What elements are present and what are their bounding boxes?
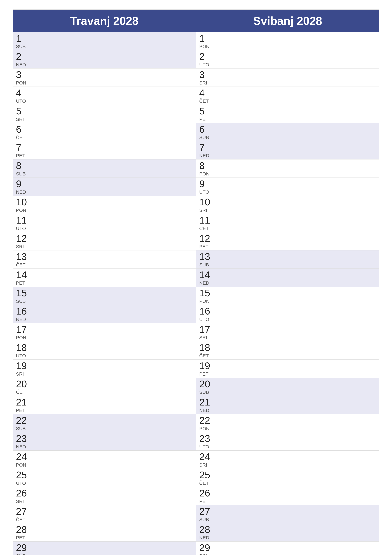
day-row: 23NED — [13, 432, 196, 451]
day-row: 19SRI — [13, 360, 196, 378]
day-info: 12SRI — [16, 234, 30, 249]
day-name: UTO — [199, 445, 214, 449]
day-info: 23NED — [16, 434, 30, 449]
day-row: 24SRI — [196, 451, 379, 469]
day-number: 6 — [199, 124, 214, 134]
day-info: 19PET — [199, 361, 214, 376]
day-row: 15SUB — [13, 287, 196, 305]
day-info: 20SUB — [199, 379, 214, 394]
day-info: 8SUB — [16, 161, 30, 176]
day-name: NED — [16, 190, 30, 194]
day-name: ČET — [16, 390, 30, 394]
day-number: 2 — [16, 51, 30, 61]
day-row: 13SUB — [196, 250, 379, 269]
day-info: 4UTO — [16, 88, 30, 103]
day-name: PET — [199, 372, 214, 376]
day-number: 14 — [199, 270, 214, 280]
day-info: 2NED — [16, 51, 30, 67]
day-name: PET — [199, 499, 214, 504]
day-row: 29SUB — [13, 541, 196, 555]
day-number: 10 — [16, 197, 30, 207]
day-row: 8SUB — [13, 160, 196, 178]
day-row: 25ČET — [196, 469, 379, 487]
day-name: PET — [16, 408, 30, 413]
day-number: 10 — [199, 197, 214, 207]
day-info: 26SRI — [16, 488, 30, 504]
day-number: 5 — [16, 106, 30, 116]
day-number: 26 — [16, 488, 30, 498]
day-row: 9NED — [13, 178, 196, 196]
day-name: PET — [199, 117, 214, 122]
day-row: 3PON — [13, 68, 196, 87]
day-name: UTO — [16, 353, 30, 358]
month-column-may: 1PON2UTO3SRI4ČET5PET6SUB7NED8PON9UTO10SR… — [196, 32, 379, 555]
day-number: 18 — [16, 343, 30, 352]
day-row: 16UTO — [196, 305, 379, 323]
day-row: 18ČET — [196, 341, 379, 360]
day-info: 16UTO — [199, 306, 214, 322]
day-name: SUB — [16, 426, 30, 431]
day-info: 14NED — [199, 270, 214, 285]
day-number: 25 — [16, 470, 30, 480]
day-info: 21PET — [16, 397, 30, 413]
day-name: UTO — [199, 317, 214, 322]
day-row: 10SRI — [196, 196, 379, 214]
day-name: NED — [199, 535, 214, 540]
day-name: SUB — [199, 517, 214, 522]
day-info: 2UTO — [199, 51, 214, 67]
day-info: 27ČET — [16, 506, 30, 522]
day-number: 19 — [199, 361, 214, 371]
day-info: 20ČET — [16, 379, 30, 394]
day-number: 4 — [16, 88, 30, 98]
day-info: 6SUB — [199, 124, 214, 140]
day-name: PON — [16, 335, 30, 340]
day-number: 11 — [199, 215, 214, 225]
day-number: 24 — [16, 452, 30, 462]
day-name: ČET — [16, 263, 30, 267]
day-name: PON — [199, 171, 214, 176]
day-name: SUB — [16, 554, 30, 555]
day-name: NED — [16, 317, 30, 322]
day-number: 2 — [199, 51, 214, 61]
day-info: 13SUB — [199, 252, 214, 267]
calendar-header: Travanj 2028 Svibanj 2028 — [13, 10, 379, 32]
day-info: 3SRI — [199, 70, 214, 85]
day-info: 23UTO — [199, 434, 214, 449]
day-name: PET — [16, 281, 30, 285]
day-row: 17SRI — [196, 323, 379, 341]
day-row: 9UTO — [196, 178, 379, 196]
day-name: SUB — [16, 171, 30, 176]
day-info: 15SUB — [16, 288, 30, 304]
day-row: 18UTO — [13, 341, 196, 360]
day-row: 24PON — [13, 451, 196, 469]
day-number: 27 — [16, 506, 30, 516]
day-name: NED — [16, 445, 30, 449]
day-number: 28 — [199, 525, 214, 534]
day-row: 28NED — [196, 523, 379, 541]
day-row: 1PON — [196, 32, 379, 50]
day-info: 5SRI — [16, 106, 30, 122]
day-info: 21NED — [199, 397, 214, 413]
day-row: 7NED — [196, 141, 379, 160]
day-row: 4ČET — [196, 87, 379, 105]
day-number: 28 — [16, 525, 30, 534]
day-name: PET — [16, 535, 30, 540]
day-name: SRI — [199, 208, 214, 213]
day-name: SRI — [199, 335, 214, 340]
day-row: 2NED — [13, 50, 196, 68]
day-info: 18ČET — [199, 343, 214, 358]
day-number: 13 — [199, 252, 214, 262]
day-name: SRI — [16, 372, 30, 376]
day-number: 12 — [16, 234, 30, 243]
day-name: ČET — [16, 135, 30, 140]
day-info: 17PON — [16, 324, 30, 340]
day-row: 13ČET — [13, 250, 196, 269]
day-info: 9UTO — [199, 179, 214, 194]
day-number: 17 — [199, 324, 214, 334]
day-row: 27SUB — [196, 505, 379, 523]
day-number: 3 — [16, 70, 30, 80]
month-column-april: 1SUB2NED3PON4UTO5SRI6ČET7PET8SUB9NED10PO… — [13, 32, 196, 555]
day-name: NED — [199, 153, 214, 158]
month-header-may: Svibanj 2028 — [196, 10, 379, 32]
day-number: 20 — [16, 379, 30, 389]
